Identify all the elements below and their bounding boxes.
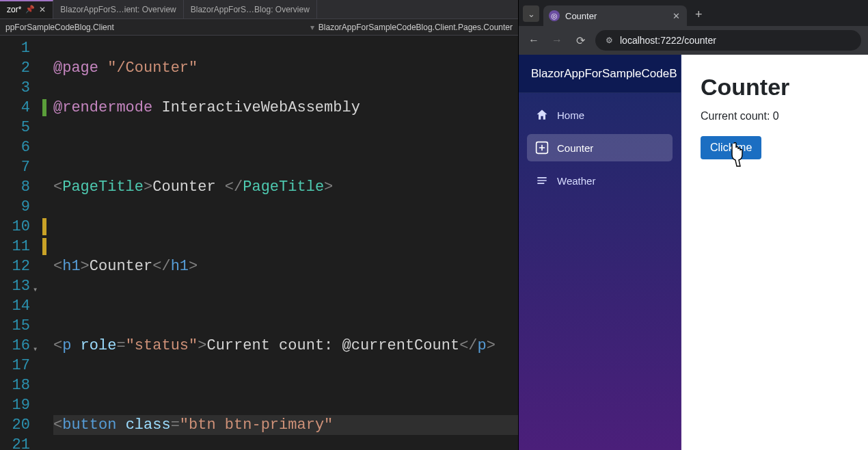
list-icon — [535, 174, 549, 187]
code-area[interactable]: 123456789101112131415161718192021 ▾ ▾ @p… — [0, 36, 518, 450]
site-info-icon[interactable]: ⚙ — [603, 36, 614, 45]
status-value: 0 — [773, 110, 779, 122]
editor-tab[interactable]: BlazorAppForS…ient: Overview — [53, 0, 183, 18]
line-gutter: 123456789101112131415161718192021 — [0, 36, 41, 450]
sidebar-item-label: Home — [557, 109, 584, 121]
sidebar-item-counter[interactable]: Counter — [527, 134, 673, 161]
status-label: Current count: — [701, 110, 773, 122]
browser-viewport: BlazorAppForSampleCodeB Home Counter — [519, 55, 868, 450]
breadcrumb-right: BlazorAppForSampleCodeBlog.Client.Pages.… — [318, 23, 513, 32]
sidebar-item-home[interactable]: Home — [527, 101, 673, 129]
reload-button[interactable]: ⟳ — [572, 32, 588, 49]
breadcrumb-dropdown-icon[interactable]: ▾ — [306, 23, 318, 32]
page-heading: Counter — [701, 74, 849, 101]
editor-tabstrip: zor* 📌 ✕ BlazorAppForS…ient: Overview Bl… — [0, 0, 518, 19]
close-icon[interactable]: ✕ — [673, 11, 680, 21]
code-body[interactable]: @page "/Counter" @rendermode Interactive… — [53, 36, 518, 450]
sidebar-item-label: Counter — [557, 142, 593, 154]
tab-label: BlazorAppForS…Blog: Overview — [191, 5, 310, 14]
back-button[interactable]: ← — [526, 32, 542, 49]
change-markers: ▾ ▾ — [41, 36, 53, 450]
tab-label: BlazorAppForS…ient: Overview — [60, 5, 176, 14]
sidebar-item-weather[interactable]: Weather — [527, 167, 673, 194]
browser-pane: ⌄ ◎ Counter ✕ + ← → ⟳ ⚙ localhost:7222/c… — [518, 0, 868, 450]
breadcrumb[interactable]: ppForSampleCodeBlog.Client ▾ BlazorAppFo… — [0, 19, 518, 36]
new-tab-button[interactable]: + — [691, 8, 707, 26]
forward-button[interactable]: → — [549, 32, 565, 49]
pin-icon[interactable]: 📌 — [25, 5, 35, 14]
app-brand: BlazorAppForSampleCodeB — [519, 55, 681, 93]
favicon-icon: ◎ — [549, 10, 560, 21]
fold-icon[interactable]: ▾ — [33, 340, 38, 360]
close-icon[interactable]: ✕ — [39, 5, 46, 14]
tab-label: zor* — [7, 5, 21, 14]
browser-tab-title: Counter — [565, 11, 597, 21]
pointer-cursor-icon — [725, 142, 747, 168]
url-text: localhost:7222/counter — [620, 35, 716, 46]
fold-icon[interactable]: ▾ — [33, 280, 38, 300]
app-main: Counter Current count: 0 Click me — [681, 55, 868, 450]
tab-search-icon[interactable]: ⌄ — [523, 5, 539, 22]
nav-list: Home Counter Weather — [519, 93, 681, 202]
url-bar[interactable]: ⚙ localhost:7222/counter — [595, 30, 861, 51]
editor-tab[interactable]: BlazorAppForS…Blog: Overview — [184, 0, 317, 18]
editor-tab-active[interactable]: zor* 📌 ✕ — [0, 0, 53, 18]
browser-tab[interactable]: ◎ Counter ✕ — [543, 5, 687, 26]
home-icon — [535, 108, 549, 122]
code-editor-pane: zor* 📌 ✕ BlazorAppForS…ient: Overview Bl… — [0, 0, 518, 450]
sidebar-item-label: Weather — [557, 175, 595, 187]
breadcrumb-left: ppForSampleCodeBlog.Client — [5, 23, 306, 32]
browser-tabstrip: ⌄ ◎ Counter ✕ + — [519, 0, 868, 26]
status-line: Current count: 0 — [701, 110, 849, 122]
app-sidebar: BlazorAppForSampleCodeB Home Counter — [519, 55, 681, 450]
browser-toolbar: ← → ⟳ ⚙ localhost:7222/counter — [519, 26, 868, 55]
plus-icon — [535, 141, 549, 155]
